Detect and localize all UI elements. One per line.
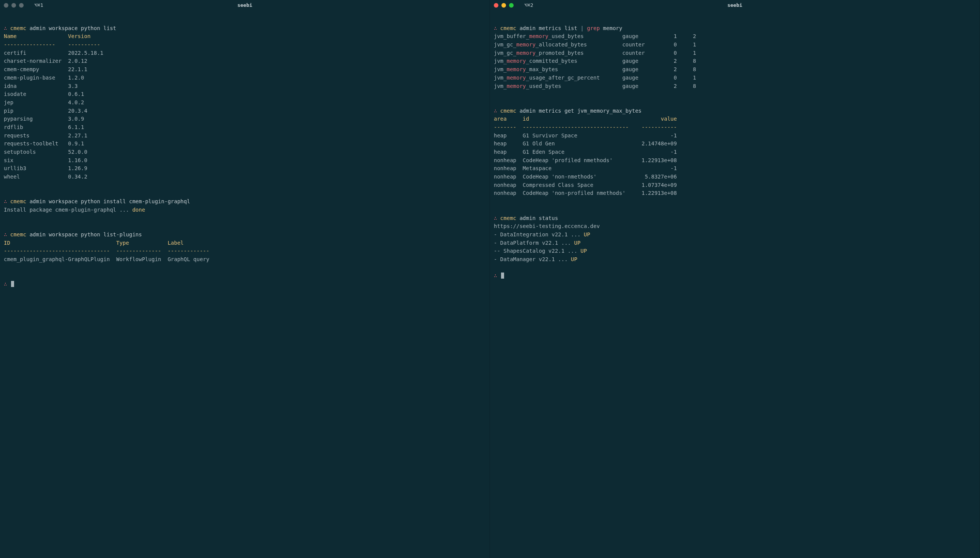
table-row: isodate 0.6.1: [4, 90, 486, 98]
table-row: cmem_plugin_graphql-GraphQLPlugin Workfl…: [4, 255, 486, 264]
minimize-icon[interactable]: [501, 3, 506, 8]
table-row: cmem-plugin-base 1.2.0: [4, 74, 486, 82]
table-row: heap G1 Eden Space -1: [494, 148, 976, 156]
terminal-pane-left: ⌥⌘1 seebi ∴ cmemc admin workspace python…: [0, 0, 490, 558]
table-row: idna 3.3: [4, 82, 486, 90]
table-row: nonheap CodeHeap 'non-nmethods' 5.8327e+…: [494, 173, 976, 181]
table-row: jvm_gc_memory_promoted_bytes counter 0 1: [494, 49, 976, 57]
table-row: heap G1 Survivor Space -1: [494, 132, 976, 140]
table-row: jvm_memory_used_bytes gauge 2 8: [494, 82, 976, 90]
titlebar-left: ⌥⌘1 seebi: [0, 0, 490, 11]
terminal-output-right[interactable]: ∴ cmemc admin metrics list | grep memory…: [490, 11, 980, 558]
table-row: nonheap Metaspace -1: [494, 164, 976, 173]
table-row: certifi 2022.5.18.1: [4, 49, 486, 57]
zoom-icon[interactable]: [19, 3, 24, 8]
table-row: rdflib 6.1.1: [4, 123, 486, 132]
table-row: charset-normalizer 2.0.12: [4, 57, 486, 66]
table-row: wheel 0.34.2: [4, 173, 486, 181]
table-row: requests-toolbelt 0.9.1: [4, 140, 486, 148]
traffic-lights-dimmed[interactable]: [4, 3, 24, 8]
close-icon[interactable]: [494, 3, 498, 8]
window-title-left: seebi: [237, 2, 252, 9]
terminal-output-left[interactable]: ∴ cmemc admin workspace python listName …: [0, 11, 490, 558]
titlebar-right: ⌥⌘2 seebi: [490, 0, 980, 11]
table-row: jvm_buffer_memory_used_bytes gauge 1 2: [494, 32, 976, 41]
window-title-right: seebi: [727, 2, 742, 9]
tab-indicator-right: ⌥⌘2: [524, 2, 533, 9]
table-row: nonheap CodeHeap 'profiled nmethods' 1.2…: [494, 156, 976, 165]
table-row: jep 4.0.2: [4, 98, 486, 107]
table-row: requests 2.27.1: [4, 132, 486, 140]
table-row: pip 20.3.4: [4, 107, 486, 115]
close-icon[interactable]: [4, 3, 8, 8]
cursor-icon: [501, 272, 504, 279]
table-row: cmem-cmempy 22.1.1: [4, 66, 486, 74]
table-row: nonheap CodeHeap 'non-profiled nmethods'…: [494, 189, 976, 197]
table-row: urllib3 1.26.9: [4, 164, 486, 173]
traffic-lights-active[interactable]: [494, 3, 514, 8]
table-row: heap G1 Old Gen 2.14748e+09: [494, 140, 976, 148]
table-row: nonheap Compressed Class Space 1.07374e+…: [494, 181, 976, 190]
table-row: jvm_gc_memory_allocated_bytes counter 0 …: [494, 41, 976, 49]
table-row: setuptools 52.0.0: [4, 148, 486, 156]
table-row: jvm_memory_usage_after_gc_percent gauge …: [494, 74, 976, 82]
tab-indicator-left: ⌥⌘1: [34, 2, 43, 9]
terminal-pane-right: ⌥⌘2 seebi ∴ cmemc admin metrics list | g…: [490, 0, 980, 558]
minimize-icon[interactable]: [12, 3, 16, 8]
table-row: six 1.16.0: [4, 156, 486, 165]
table-row: jvm_memory_max_bytes gauge 2 8: [494, 66, 976, 74]
zoom-icon[interactable]: [509, 3, 514, 8]
table-row: jvm_memory_committed_bytes gauge 2 8: [494, 57, 976, 66]
table-row: pyparsing 3.0.9: [4, 115, 486, 123]
cursor-icon: [11, 281, 14, 287]
